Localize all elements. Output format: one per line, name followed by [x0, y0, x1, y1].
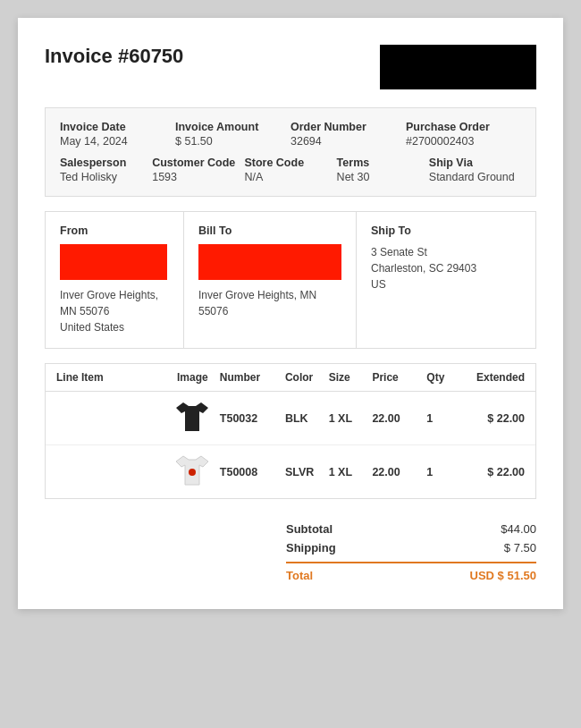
terms-value: Net 30	[337, 171, 429, 183]
ship-via-value: Standard Ground	[429, 171, 521, 183]
from-address: From Inver Grove Heights, MN 55076 Unite…	[46, 212, 184, 348]
tshirt-black-icon	[176, 401, 208, 433]
invoice-header: Invoice #60750	[45, 45, 536, 89]
bill-to-address: Bill To Inver Grove Heights, MN 55076	[184, 212, 357, 348]
col-header-line-item: Line Item	[56, 371, 165, 384]
table-row: T50032 BLK 1 XL 22.00 1 $ 22.00	[46, 392, 535, 445]
invoice-info: Invoice Date May 14, 2024 Invoice Amount…	[45, 107, 536, 197]
totals-section: Subtotal $44.00 Shipping $ 7.50 Total US…	[45, 513, 536, 582]
line-item-1-image	[165, 401, 220, 436]
shipping-value: $ 7.50	[465, 541, 536, 554]
address-section: From Inver Grove Heights, MN 55076 Unite…	[45, 211, 536, 349]
invoice-title: Invoice #60750	[45, 45, 183, 68]
bill-to-city: Inver Grove Heights, MN 55076	[198, 287, 341, 319]
from-redbox	[60, 244, 167, 280]
ship-via-cell: Ship Via Standard Ground	[429, 157, 521, 183]
line-item-1-extended: $ 22.00	[459, 412, 525, 425]
col-header-qty: Qty	[426, 371, 459, 384]
col-header-size: Size	[329, 371, 373, 384]
salesperson-label: Salesperson	[60, 157, 152, 169]
line-item-1-qty: 1	[426, 412, 459, 425]
line-item-1-number: T50032	[220, 412, 285, 425]
col-header-image: Image	[165, 371, 220, 384]
invoice-page: Invoice #60750 Invoice Date May 14, 2024…	[18, 18, 563, 609]
store-code-cell: Store Code N/A	[244, 157, 336, 183]
purchase-order-value: #2700002403	[406, 135, 521, 148]
svg-marker-0	[176, 402, 208, 431]
line-item-2-price: 22.00	[372, 466, 426, 478]
invoice-amount-cell: Invoice Amount $ 51.50	[175, 121, 290, 148]
from-label: From	[60, 224, 169, 237]
customer-code-cell: Customer Code 1593	[152, 157, 244, 183]
from-country: United States	[60, 319, 169, 335]
line-item-2-qty: 1	[426, 466, 459, 478]
order-number-value: 32694	[290, 135, 406, 148]
info-row-2: Salesperson Ted Holisky Customer Code 15…	[60, 157, 521, 183]
invoice-date-label: Invoice Date	[60, 121, 175, 133]
line-item-2-extended: $ 22.00	[459, 466, 525, 478]
total-label: Total	[286, 569, 465, 582]
ship-to-label: Ship To	[371, 224, 521, 237]
svg-point-2	[189, 469, 196, 476]
ship-to-city: Charleston, SC 29403	[371, 260, 521, 276]
line-item-2-color: SLVR	[285, 466, 329, 478]
shipping-label: Shipping	[286, 541, 465, 554]
total-row: Total USD $ 51.50	[286, 562, 536, 582]
order-number-cell: Order Number 32694	[290, 121, 406, 148]
invoice-date-value: May 14, 2024	[60, 135, 175, 148]
bill-to-redbox	[198, 244, 341, 280]
subtotal-label: Subtotal	[286, 522, 465, 536]
table-row: T50008 SLVR 1 XL 22.00 1 $ 22.00	[46, 445, 535, 498]
line-item-1-price: 22.00	[372, 412, 426, 425]
terms-cell: Terms Net 30	[337, 157, 429, 183]
ship-via-label: Ship Via	[429, 157, 521, 169]
ship-to-street: 3 Senate St	[371, 244, 521, 260]
line-item-1-color: BLK	[285, 412, 329, 425]
logo-box	[380, 45, 536, 89]
bill-to-label: Bill To	[198, 224, 341, 237]
salesperson-cell: Salesperson Ted Holisky	[60, 157, 152, 183]
tshirt-white-icon	[176, 454, 208, 487]
subtotal-value: $44.00	[465, 522, 536, 536]
line-item-2-number: T50008	[220, 466, 285, 478]
shipping-row: Shipping $ 7.50	[286, 541, 536, 554]
store-code-value: N/A	[244, 171, 336, 183]
subtotal-row: Subtotal $44.00	[286, 522, 536, 536]
store-code-label: Store Code	[244, 157, 336, 169]
invoice-amount-value: $ 51.50	[175, 135, 290, 148]
customer-code-value: 1593	[152, 171, 244, 183]
col-header-color: Color	[285, 371, 329, 384]
ship-to-address: Ship To 3 Senate St Charleston, SC 29403…	[357, 212, 535, 348]
line-item-1-size: 1 XL	[329, 412, 373, 425]
invoice-date-cell: Invoice Date May 14, 2024	[60, 121, 175, 148]
line-item-2-image	[165, 454, 220, 489]
order-number-label: Order Number	[290, 121, 406, 133]
col-header-price: Price	[372, 371, 426, 384]
salesperson-value: Ted Holisky	[60, 171, 152, 183]
col-header-extended: Extended	[459, 371, 525, 384]
customer-code-label: Customer Code	[152, 157, 244, 169]
from-city: Inver Grove Heights, MN 55076	[60, 287, 169, 319]
invoice-amount-label: Invoice Amount	[175, 121, 290, 133]
line-item-2-size: 1 XL	[329, 466, 373, 478]
line-items-header: Line Item Image Number Color Size Price …	[46, 364, 535, 392]
line-items-section: Line Item Image Number Color Size Price …	[45, 363, 536, 499]
terms-label: Terms	[337, 157, 429, 169]
purchase-order-cell: Purchase Order #2700002403	[406, 121, 521, 148]
info-row-1: Invoice Date May 14, 2024 Invoice Amount…	[60, 121, 521, 148]
col-header-number: Number	[220, 371, 285, 384]
ship-to-country: US	[371, 276, 521, 292]
purchase-order-label: Purchase Order	[406, 121, 521, 133]
total-value: USD $ 51.50	[465, 569, 536, 582]
